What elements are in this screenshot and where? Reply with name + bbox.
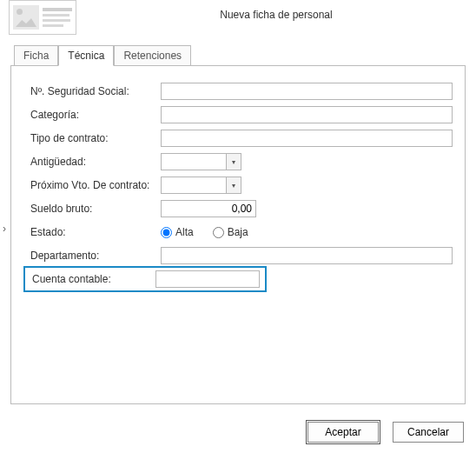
highlighted-field-cuenta-contable: Cuenta contable: <box>23 266 267 292</box>
input-categoria[interactable] <box>161 106 453 123</box>
tab-panel-tecnica: Nº. Seguridad Social: Categoría: Tipo de… <box>10 65 466 404</box>
dialog-title: Nueva ficha de personal <box>85 0 467 21</box>
input-departamento[interactable] <box>161 247 453 264</box>
side-expand-icon[interactable]: › <box>0 223 9 235</box>
radio-label-baja: Baja <box>228 226 248 238</box>
label-nss: Nº. Seguridad Social: <box>30 85 161 97</box>
label-departamento: Departamento: <box>30 250 161 262</box>
input-cuenta-contable[interactable] <box>155 270 260 288</box>
form-thumbnail-icon <box>9 0 76 35</box>
input-nss[interactable] <box>161 83 453 100</box>
radio-label-alta: Alta <box>175 226 194 238</box>
accept-button[interactable]: Aceptar <box>307 422 379 443</box>
label-proximo-vto: Próximo Vto. De contrato: <box>30 179 161 191</box>
label-sueldo-bruto: Sueldo bruto: <box>30 203 161 215</box>
tab-tecnica[interactable]: Técnica <box>58 45 114 66</box>
radio-alta[interactable] <box>161 227 172 238</box>
tab-ficha[interactable]: Ficha <box>14 45 58 65</box>
label-estado: Estado: <box>30 226 161 238</box>
input-proximo-vto[interactable] <box>161 177 227 194</box>
input-sueldo-bruto[interactable] <box>161 200 256 217</box>
label-cuenta-contable: Cuenta contable: <box>32 273 155 285</box>
label-categoria: Categoría: <box>30 109 161 121</box>
tab-bar: Ficha Técnica Retenciones <box>0 45 476 65</box>
dialog-footer: Aceptar Cancelar <box>307 422 464 443</box>
chevron-down-icon: ▾ <box>232 158 235 166</box>
chevron-down-icon: ▾ <box>232 182 235 190</box>
input-antiguedad[interactable] <box>161 153 227 170</box>
radio-group-estado: Alta Baja <box>161 226 248 238</box>
dialog-header: Nueva ficha de personal <box>0 0 476 42</box>
radio-baja[interactable] <box>213 227 224 238</box>
radio-option-alta[interactable]: Alta <box>161 226 194 238</box>
cancel-button[interactable]: Cancelar <box>393 422 464 443</box>
tab-retenciones[interactable]: Retenciones <box>114 45 191 65</box>
dropdown-antiguedad[interactable]: ▾ <box>227 153 241 170</box>
radio-option-baja[interactable]: Baja <box>213 226 248 238</box>
label-antiguedad: Antigüedad: <box>30 156 161 168</box>
label-tipo-contrato: Tipo de contrato: <box>30 132 161 144</box>
input-tipo-contrato[interactable] <box>161 130 453 147</box>
dropdown-proximo-vto[interactable]: ▾ <box>227 177 241 194</box>
